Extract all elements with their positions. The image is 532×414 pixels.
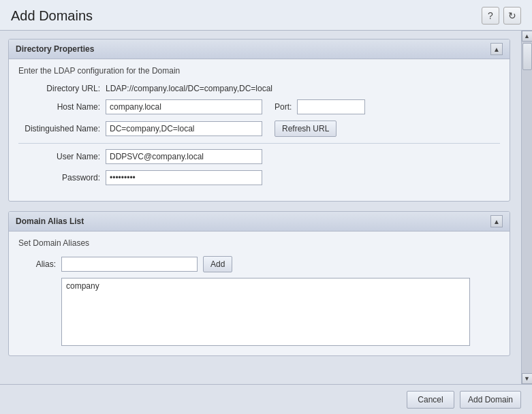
header: Add Domains ? ↻ bbox=[0, 0, 532, 31]
add-domain-button[interactable]: Add Domain bbox=[460, 391, 521, 409]
domain-alias-list-panel: Domain Alias List ▲ Set Domain Aliases A… bbox=[8, 211, 510, 356]
distinguished-name-input[interactable] bbox=[106, 121, 262, 136]
directory-properties-title: Directory Properties bbox=[16, 44, 94, 54]
help-button[interactable]: ? bbox=[482, 7, 499, 25]
user-name-input[interactable] bbox=[106, 149, 262, 164]
port-input[interactable] bbox=[297, 99, 365, 114]
scrollbar-track: ▲ ▼ bbox=[521, 31, 532, 384]
form-separator bbox=[18, 143, 500, 144]
domain-alias-list-header: Domain Alias List ▲ bbox=[9, 212, 510, 232]
refresh-button[interactable]: ↻ bbox=[503, 7, 521, 25]
directory-url-value: LDAP://company.local/DC=company,DC=local bbox=[106, 84, 272, 93]
port-label: Port: bbox=[275, 102, 292, 112]
directory-properties-panel: Directory Properties ▲ Enter the LDAP co… bbox=[8, 39, 510, 202]
alias-list-content: company bbox=[66, 281, 99, 291]
directory-url-row: Directory URL: LDAP://company.local/DC=c… bbox=[18, 84, 500, 93]
page-title: Add Domains bbox=[11, 8, 93, 24]
refresh-url-button[interactable]: Refresh URL bbox=[275, 121, 337, 137]
alias-row: Alias: Add bbox=[18, 256, 500, 272]
password-input[interactable] bbox=[106, 170, 262, 185]
domain-alias-list-collapse-btn[interactable]: ▲ bbox=[490, 215, 503, 227]
footer: Cancel Add Domain bbox=[0, 384, 532, 414]
domain-alias-list-body: Set Domain Aliases Alias: Add company bbox=[9, 232, 510, 355]
directory-properties-collapse-btn[interactable]: ▲ bbox=[490, 43, 503, 55]
password-label: Password: bbox=[18, 173, 100, 182]
scrollbar-arrow-up[interactable]: ▲ bbox=[522, 31, 533, 42]
host-name-row: Host Name: Port: bbox=[18, 99, 500, 114]
directory-url-label: Directory URL: bbox=[18, 84, 100, 93]
directory-properties-body: Enter the LDAP configuration for the Dom… bbox=[9, 59, 510, 201]
host-name-input[interactable] bbox=[106, 99, 262, 114]
domain-alias-list-subtitle: Set Domain Aliases bbox=[18, 238, 500, 248]
distinguished-name-label: Distinguished Name: bbox=[18, 124, 100, 133]
user-name-row: User Name: bbox=[18, 149, 500, 164]
directory-properties-subtitle: Enter the LDAP configuration for the Dom… bbox=[18, 66, 500, 76]
user-name-label: User Name: bbox=[18, 152, 100, 161]
host-name-label: Host Name: bbox=[18, 102, 100, 112]
alias-label: Alias: bbox=[18, 259, 56, 269]
cancel-button[interactable]: Cancel bbox=[407, 391, 454, 409]
scroll-content: Directory Properties ▲ Enter the LDAP co… bbox=[0, 31, 521, 384]
content-area: Directory Properties ▲ Enter the LDAP co… bbox=[0, 31, 532, 384]
scrollbar-arrow-down[interactable]: ▼ bbox=[522, 373, 533, 384]
main-container: Add Domains ? ↻ Directory Properties ▲ E… bbox=[0, 0, 532, 414]
directory-properties-header: Directory Properties ▲ bbox=[9, 39, 510, 59]
alias-list-box: company bbox=[61, 278, 470, 346]
header-icons: ? ↻ bbox=[482, 7, 521, 25]
alias-input[interactable] bbox=[61, 257, 198, 272]
distinguished-name-row: Distinguished Name: Refresh URL bbox=[18, 121, 500, 137]
password-row: Password: bbox=[18, 170, 500, 185]
add-alias-button[interactable]: Add bbox=[203, 256, 232, 272]
domain-alias-list-title: Domain Alias List bbox=[16, 217, 84, 226]
scrollbar-thumb[interactable] bbox=[522, 43, 532, 70]
